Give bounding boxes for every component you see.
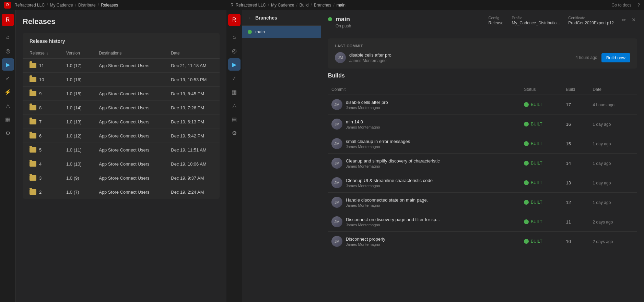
branch-detail-name: main [336, 16, 351, 23]
sidebar-home-icon[interactable]: ⌂ [2, 31, 14, 43]
middle-sidebar-home-icon[interactable]: ⌂ [228, 31, 241, 43]
release-history-box: Release history Release ↓ Version Destin… [23, 33, 220, 199]
release-cell-date: Dec 19, 10:53 PM [164, 73, 220, 87]
sidebar-warning-icon[interactable]: △ [2, 99, 14, 112]
sidebar-analytics-icon[interactable]: ◎ [2, 45, 14, 57]
build-commit-message: min 14.0 [346, 119, 380, 124]
builds-cell-commit: JM disable cells after pro James Montema… [328, 95, 520, 114]
release-cell-version: 1.0 (15) [59, 87, 92, 101]
sidebar-bar-chart-icon[interactable]: ▦ [2, 113, 14, 125]
release-table-row[interactable]: 6 1.0 (12) App Store Connect Users Dec 1… [23, 129, 220, 143]
builds-cell-status: BUILT [520, 154, 562, 173]
middle-sidebar-chart-icon[interactable]: ▦ [228, 86, 241, 98]
release-table: Release ↓ Version Destinations Date 11 1… [23, 48, 220, 199]
status-label: BUILT [531, 219, 542, 224]
last-commit-message: disable cells after pro [349, 52, 391, 58]
release-table-row[interactable]: 2 1.0 (7) App Store Connect Users Dec 19… [23, 185, 220, 199]
release-cell-date: Dec 19, 10:06 AM [164, 157, 220, 171]
back-arrow-icon[interactable]: ← [248, 15, 253, 21]
builds-cell-commit: JM Disconnect on discovery page and filt… [328, 212, 520, 232]
breadcrumb-build[interactable]: Build [300, 3, 309, 8]
edit-icon[interactable]: ✏ [621, 16, 628, 24]
build-now-button[interactable]: Build now [601, 53, 630, 62]
builds-cell-date: 2 days ago [589, 212, 637, 232]
builds-cell-build: 12 [563, 193, 589, 212]
release-table-row[interactable]: 4 1.0 (10) App Store Connect Users Dec 1… [23, 157, 220, 171]
sidebar-check-icon[interactable]: ✓ [2, 72, 14, 84]
builds-table-row[interactable]: JM Handle disconnected state on main pag… [328, 193, 637, 212]
release-table-row[interactable]: 3 1.0 (9) App Store Connect Users Dec 19… [23, 171, 220, 185]
builds-cell-commit: JM Cleanup UI & streamline characteristi… [328, 173, 520, 193]
breadcrumb-org-left[interactable]: Refractored LLC [14, 3, 45, 8]
profile-value: My_Cadence_Distributio... [512, 21, 560, 25]
builds-table-row[interactable]: JM disable cells after pro James Montema… [328, 95, 637, 114]
branch-detail-header: main On push Config Release Profile My_C… [321, 10, 644, 34]
last-commit-section: LAST COMMIT JM disable cells after pro J… [328, 38, 637, 69]
middle-sidebar-warning-icon[interactable]: △ [228, 99, 241, 112]
sidebar-code-icon[interactable]: ⚡ [2, 86, 14, 98]
builds-cell-status: BUILT [520, 173, 562, 193]
builds-cell-status: BUILT [520, 232, 562, 251]
build-commit-author: James Montemagno [346, 223, 440, 227]
builds-table-row[interactable]: JM Cleanup UI & streamline characteristi… [328, 173, 637, 193]
release-table-row[interactable]: 9 1.0 (15) App Store Connect Users Dec 1… [23, 87, 220, 101]
release-cell-version: 1.0 (9) [59, 171, 92, 185]
last-commit-avatar: JM [335, 52, 346, 63]
close-icon[interactable]: ✕ [630, 16, 637, 24]
certificate-label: Certificate [568, 16, 614, 20]
release-table-row[interactable]: 11 1.0 (17) App Store Connect Users Dec … [23, 59, 220, 73]
status-label: BUILT [531, 239, 542, 244]
release-table-row[interactable]: 5 1.0 (11) App Store Connect Users Dec 1… [23, 143, 220, 157]
release-history-title: Release history [23, 33, 220, 48]
breadcrumb-releases[interactable]: Releases [101, 3, 118, 8]
sidebar-distribute-icon[interactable]: ▶ [2, 58, 14, 71]
breadcrumb-org-right[interactable]: Refractored LLC [236, 3, 266, 8]
middle-sidebar-build-icon[interactable]: ▶ [228, 58, 241, 71]
breadcrumb-main[interactable]: main [337, 3, 346, 8]
build-commit-message: disable cells after pro [346, 100, 388, 105]
release-table-row[interactable]: 10 1.0 (16) — Dec 19, 10:53 PM [23, 73, 220, 87]
middle-sidebar-test-icon[interactable]: ✓ [228, 72, 241, 84]
breadcrumb-cadence-left[interactable]: My Cadence [50, 3, 73, 8]
last-commit-info: JM disable cells after pro James Montema… [335, 52, 391, 63]
left-panel: R Refractored LLC / My Cadence / Distrib… [0, 0, 226, 302]
middle-sidebar-settings-icon[interactable]: ⚙ [228, 127, 241, 139]
builds-table-row[interactable]: JM Cleanup and simplify discovery of cha… [328, 154, 637, 173]
breadcrumb-distribute[interactable]: Distribute [78, 3, 96, 8]
release-cell-date: Dec 19, 11:51 AM [164, 143, 220, 157]
build-avatar: JM [331, 236, 342, 247]
builds-cell-status: BUILT [520, 193, 562, 212]
builds-table-row[interactable]: JM min 14.0 James Montemagno BUILT 16 1 … [328, 114, 637, 134]
builds-table-row[interactable]: JM small cleanup in error messages James… [328, 134, 637, 154]
release-table-row[interactable]: 7 1.0 (13) App Store Connect Users Dec 1… [23, 115, 220, 129]
builds-table-row[interactable]: JM Disconnect properly James Montemagno … [328, 232, 637, 251]
builds-table-row[interactable]: JM Disconnect on discovery page and filt… [328, 212, 637, 232]
sidebar-logo[interactable]: R [2, 14, 14, 26]
builds-cell-build: 11 [563, 212, 589, 232]
release-cell-destinations: App Store Connect Users [92, 129, 164, 143]
middle-sidebar-logo[interactable]: R [228, 14, 241, 26]
status-dot [524, 122, 529, 126]
release-cell-date: Dec 19, 9:37 AM [164, 171, 220, 185]
sidebar-settings-left-icon[interactable]: ⚙ [2, 127, 14, 139]
breadcrumb-branches[interactable]: Branches [314, 3, 331, 8]
go-to-docs-link[interactable]: Go to docs [611, 3, 631, 8]
builds-cell-date: 1 day ago [589, 193, 637, 212]
col-release[interactable]: Release ↓ [23, 48, 59, 59]
release-table-row[interactable]: 8 1.0 (14) App Store Connect Users Dec 1… [23, 101, 220, 115]
middle-sidebar-analytics-icon[interactable]: ▤ [228, 113, 241, 125]
right-panel: R Refractored LLC / My Cadence / Build /… [226, 0, 644, 302]
branch-trigger: On push [336, 24, 351, 28]
status-dot [524, 219, 529, 224]
middle-sidebar-check-icon[interactable]: ◎ [228, 45, 241, 57]
branches-label: Branches [255, 15, 277, 21]
builds-col-build: Build [563, 84, 589, 95]
release-cell-num: 5 [23, 143, 59, 157]
builds-cell-date: 1 day ago [589, 114, 637, 134]
status-dot [524, 161, 529, 166]
help-icon[interactable]: ? [637, 3, 640, 8]
breadcrumb-cadence-right[interactable]: My Cadence [271, 3, 294, 8]
release-cell-version: 1.0 (17) [59, 59, 92, 73]
branch-item-main[interactable]: main [242, 26, 321, 38]
col-version: Version [59, 48, 92, 59]
